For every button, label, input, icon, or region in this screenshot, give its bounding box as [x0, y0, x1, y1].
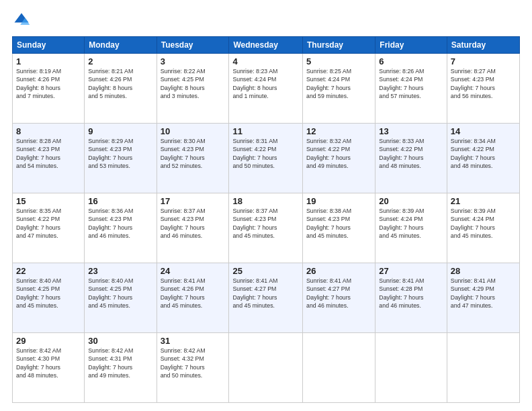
- day-info: Sunrise: 8:21 AMSunset: 4:26 PMDaylight:…: [88, 67, 152, 100]
- day-number: 24: [161, 266, 226, 276]
- day-number: 1: [16, 56, 81, 66]
- calendar-cell: 10Sunrise: 8:30 AMSunset: 4:23 PMDayligh…: [157, 124, 229, 193]
- calendar-cell: 27Sunrise: 8:41 AMSunset: 4:28 PMDayligh…: [375, 263, 447, 333]
- calendar-cell: [229, 333, 303, 403]
- calendar-cell: [303, 333, 375, 403]
- day-info: Sunrise: 8:19 AMSunset: 4:26 PMDaylight:…: [16, 67, 81, 100]
- day-info: Sunrise: 8:34 AMSunset: 4:22 PMDaylight:…: [451, 137, 516, 170]
- calendar-cell: 9Sunrise: 8:29 AMSunset: 4:23 PMDaylight…: [85, 124, 157, 193]
- calendar-cell: 28Sunrise: 8:41 AMSunset: 4:29 PMDayligh…: [447, 263, 519, 333]
- day-info: Sunrise: 8:36 AMSunset: 4:23 PMDaylight:…: [88, 207, 152, 240]
- header: [12, 11, 520, 30]
- day-number: 13: [379, 126, 443, 136]
- weekday-header-tuesday: Tuesday: [157, 37, 229, 54]
- day-info: Sunrise: 8:33 AMSunset: 4:22 PMDaylight:…: [379, 137, 443, 170]
- day-info: Sunrise: 8:42 AMSunset: 4:31 PMDaylight:…: [88, 347, 152, 379]
- day-number: 16: [88, 196, 152, 206]
- weekday-header-row: SundayMondayTuesdayWednesdayThursdayFrid…: [13, 37, 520, 54]
- day-number: 2: [88, 56, 152, 66]
- calendar-cell: 19Sunrise: 8:38 AMSunset: 4:23 PMDayligh…: [303, 193, 375, 263]
- day-number: 9: [88, 126, 152, 136]
- day-info: Sunrise: 8:35 AMSunset: 4:22 PMDaylight:…: [16, 207, 81, 240]
- day-info: Sunrise: 8:42 AMSunset: 4:32 PMDaylight:…: [161, 347, 226, 379]
- day-number: 26: [306, 266, 371, 276]
- calendar-cell: 12Sunrise: 8:32 AMSunset: 4:22 PMDayligh…: [303, 124, 375, 193]
- weekday-header-sunday: Sunday: [13, 37, 85, 54]
- day-info: Sunrise: 8:41 AMSunset: 4:28 PMDaylight:…: [379, 277, 443, 310]
- weekday-header-thursday: Thursday: [303, 37, 375, 54]
- day-number: 11: [232, 126, 299, 136]
- day-number: 21: [451, 196, 516, 206]
- day-info: Sunrise: 8:37 AMSunset: 4:23 PMDaylight:…: [232, 207, 299, 240]
- calendar-table: SundayMondayTuesdayWednesdayThursdayFrid…: [12, 36, 520, 403]
- day-number: 4: [232, 56, 299, 66]
- week-row-1: 1Sunrise: 8:19 AMSunset: 4:26 PMDaylight…: [13, 54, 520, 124]
- day-info: Sunrise: 8:25 AMSunset: 4:24 PMDaylight:…: [306, 67, 371, 100]
- calendar-cell: 4Sunrise: 8:23 AMSunset: 4:24 PMDaylight…: [229, 54, 303, 124]
- calendar-cell: 14Sunrise: 8:34 AMSunset: 4:22 PMDayligh…: [447, 124, 519, 193]
- day-info: Sunrise: 8:42 AMSunset: 4:30 PMDaylight:…: [16, 347, 81, 379]
- calendar-cell: 5Sunrise: 8:25 AMSunset: 4:24 PMDaylight…: [303, 54, 375, 124]
- calendar-cell: 17Sunrise: 8:37 AMSunset: 4:23 PMDayligh…: [157, 193, 229, 263]
- calendar-cell: 31Sunrise: 8:42 AMSunset: 4:32 PMDayligh…: [157, 333, 229, 403]
- calendar-cell: 8Sunrise: 8:28 AMSunset: 4:23 PMDaylight…: [13, 124, 85, 193]
- week-row-4: 22Sunrise: 8:40 AMSunset: 4:25 PMDayligh…: [13, 263, 520, 333]
- day-info: Sunrise: 8:30 AMSunset: 4:23 PMDaylight:…: [161, 137, 226, 170]
- day-number: 20: [379, 196, 443, 206]
- calendar-cell: 15Sunrise: 8:35 AMSunset: 4:22 PMDayligh…: [13, 193, 85, 263]
- day-number: 7: [451, 56, 516, 66]
- calendar-cell: 23Sunrise: 8:40 AMSunset: 4:25 PMDayligh…: [85, 263, 157, 333]
- day-info: Sunrise: 8:41 AMSunset: 4:29 PMDaylight:…: [451, 277, 516, 310]
- day-info: Sunrise: 8:23 AMSunset: 4:24 PMDaylight:…: [232, 67, 299, 100]
- day-info: Sunrise: 8:22 AMSunset: 4:25 PMDaylight:…: [161, 67, 226, 100]
- day-number: 30: [88, 336, 152, 346]
- calendar-cell: 20Sunrise: 8:39 AMSunset: 4:24 PMDayligh…: [375, 193, 447, 263]
- weekday-header-monday: Monday: [85, 37, 157, 54]
- day-number: 19: [306, 196, 371, 206]
- day-info: Sunrise: 8:40 AMSunset: 4:25 PMDaylight:…: [16, 277, 81, 310]
- day-number: 17: [161, 196, 226, 206]
- calendar-cell: 18Sunrise: 8:37 AMSunset: 4:23 PMDayligh…: [229, 193, 303, 263]
- calendar-cell: 29Sunrise: 8:42 AMSunset: 4:30 PMDayligh…: [13, 333, 85, 403]
- calendar-cell: 25Sunrise: 8:41 AMSunset: 4:27 PMDayligh…: [229, 263, 303, 333]
- day-info: Sunrise: 8:39 AMSunset: 4:24 PMDaylight:…: [379, 207, 443, 240]
- week-row-2: 8Sunrise: 8:28 AMSunset: 4:23 PMDaylight…: [13, 124, 520, 193]
- day-info: Sunrise: 8:41 AMSunset: 4:27 PMDaylight:…: [306, 277, 371, 310]
- calendar-cell: 24Sunrise: 8:41 AMSunset: 4:26 PMDayligh…: [157, 263, 229, 333]
- day-number: 22: [16, 266, 81, 276]
- day-info: Sunrise: 8:31 AMSunset: 4:22 PMDaylight:…: [232, 137, 299, 170]
- day-info: Sunrise: 8:27 AMSunset: 4:23 PMDaylight:…: [451, 67, 516, 100]
- day-number: 10: [161, 126, 226, 136]
- calendar-cell: 7Sunrise: 8:27 AMSunset: 4:23 PMDaylight…: [447, 54, 519, 124]
- logo-icon: [12, 11, 31, 30]
- day-number: 3: [161, 56, 226, 66]
- week-row-5: 29Sunrise: 8:42 AMSunset: 4:30 PMDayligh…: [13, 333, 520, 403]
- calendar-cell: 11Sunrise: 8:31 AMSunset: 4:22 PMDayligh…: [229, 124, 303, 193]
- day-number: 15: [16, 196, 81, 206]
- day-info: Sunrise: 8:38 AMSunset: 4:23 PMDaylight:…: [306, 207, 371, 240]
- calendar-cell: 16Sunrise: 8:36 AMSunset: 4:23 PMDayligh…: [85, 193, 157, 263]
- page: SundayMondayTuesdayWednesdayThursdayFrid…: [0, 0, 532, 411]
- week-row-3: 15Sunrise: 8:35 AMSunset: 4:22 PMDayligh…: [13, 193, 520, 263]
- calendar-cell: 21Sunrise: 8:39 AMSunset: 4:24 PMDayligh…: [447, 193, 519, 263]
- day-number: 29: [16, 336, 81, 346]
- day-number: 8: [16, 126, 81, 136]
- logo: [12, 11, 34, 30]
- day-number: 14: [451, 126, 516, 136]
- day-info: Sunrise: 8:37 AMSunset: 4:23 PMDaylight:…: [161, 207, 226, 240]
- calendar-cell: 30Sunrise: 8:42 AMSunset: 4:31 PMDayligh…: [85, 333, 157, 403]
- day-info: Sunrise: 8:29 AMSunset: 4:23 PMDaylight:…: [88, 137, 152, 170]
- calendar-cell: 3Sunrise: 8:22 AMSunset: 4:25 PMDaylight…: [157, 54, 229, 124]
- calendar-cell: [447, 333, 519, 403]
- calendar-cell: 22Sunrise: 8:40 AMSunset: 4:25 PMDayligh…: [13, 263, 85, 333]
- day-number: 25: [232, 266, 299, 276]
- calendar-cell: 26Sunrise: 8:41 AMSunset: 4:27 PMDayligh…: [303, 263, 375, 333]
- day-info: Sunrise: 8:26 AMSunset: 4:24 PMDaylight:…: [379, 67, 443, 100]
- day-info: Sunrise: 8:39 AMSunset: 4:24 PMDaylight:…: [451, 207, 516, 240]
- day-number: 6: [379, 56, 443, 66]
- day-info: Sunrise: 8:32 AMSunset: 4:22 PMDaylight:…: [306, 137, 371, 170]
- day-info: Sunrise: 8:28 AMSunset: 4:23 PMDaylight:…: [16, 137, 81, 170]
- calendar-cell: 13Sunrise: 8:33 AMSunset: 4:22 PMDayligh…: [375, 124, 447, 193]
- weekday-header-wednesday: Wednesday: [229, 37, 303, 54]
- calendar-cell: 2Sunrise: 8:21 AMSunset: 4:26 PMDaylight…: [85, 54, 157, 124]
